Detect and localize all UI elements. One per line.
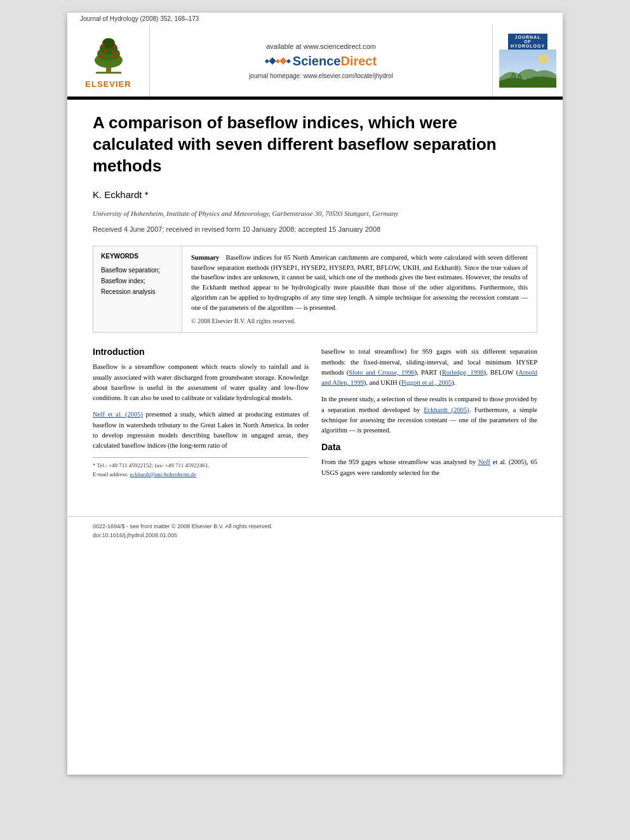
elsevier-tree-icon [83, 32, 134, 77]
svg-point-6 [99, 55, 102, 58]
abstract-text: Summary Baseflow indices for 65 North Am… [191, 253, 528, 326]
svg-point-9 [112, 51, 115, 54]
issn-line: 0022-1694/$ - see front matter © 2008 El… [93, 522, 537, 531]
introduction-title: Introduction [93, 347, 309, 357]
abstract-column: Summary Baseflow indices for 65 North Am… [182, 246, 537, 333]
available-text: available at www.sciencedirect.com [266, 43, 376, 50]
neff-link[interactable]: Neff et al. (2005) [93, 411, 143, 418]
eckhardt-link[interactable]: Eckhardt (2005) [424, 406, 469, 413]
svg-point-8 [104, 50, 107, 53]
article-title: A comparison of baseflow indices, which … [93, 112, 537, 177]
header: Journal of Hydrology (2008) 352, 168–173 [67, 13, 563, 100]
journal-cover-image [499, 50, 556, 88]
svg-point-11 [114, 45, 116, 48]
two-column-body: Introduction Baseflow is a streamflow co… [93, 347, 537, 484]
keywords-column: KEYWORDS Baseflow separation; Baseflow i… [93, 246, 182, 333]
doi-line: doi:10.1016/j.jhydrol.2008.01.005 [93, 531, 537, 540]
sciencedirect-text: ScienceDirect [293, 54, 377, 69]
svg-point-10 [102, 44, 105, 46]
sd-diamonds-icon [265, 58, 290, 63]
email-link[interactable]: eckhardt@uni-hohenheim.de [130, 471, 196, 477]
header-divider [67, 97, 563, 98]
journal-homepage-text: journal homepage: www.elsevier.com/locat… [249, 72, 393, 79]
diamond-icon [286, 58, 291, 63]
journal-top-bar: JOURNAL OF HYDROLOGY [508, 34, 547, 50]
right-column: baseflow to total streamflow) for 959 ga… [321, 347, 537, 484]
email-label: E-mail address: [93, 471, 130, 477]
data-title: Data [321, 442, 537, 452]
right-p1-t3: ), and UKIH ( [364, 379, 401, 386]
affiliation: University of Hohenheim, Institute of Ph… [93, 209, 537, 218]
copyright-text: © 2008 Elsevier B.V. All rights reserved… [191, 316, 528, 326]
piggott-link[interactable]: Piggott et al., 2005 [401, 379, 452, 386]
footnote-line1: * Tel.: +49 711 45922152; fax: +49 711 4… [93, 462, 309, 470]
abstract-body: Baseflow indices for 65 North American c… [191, 254, 528, 311]
footnote-area: * Tel.: +49 711 45922152; fax: +49 711 4… [93, 457, 309, 479]
footnote-email: E-mail address: eckhardt@uni-hohenheim.d… [93, 470, 309, 479]
right-p1-t1: ), PART ( [415, 369, 442, 376]
header-center: available at www.sciencedirect.com Scien… [150, 25, 493, 97]
data-p-prefix: From the 959 gages whose streamflow was … [321, 458, 478, 465]
keyword-3: Recession analysis [101, 286, 174, 297]
header-top: ELSEVIER available at www.sciencedirect.… [67, 25, 563, 97]
bottom-bar: 0022-1694/$ - see front matter © 2008 El… [67, 516, 563, 545]
neff-data-link[interactable]: Neff [478, 458, 490, 465]
right-paragraph-2: In the present study, a selection of the… [321, 394, 537, 436]
data-paragraph: From the 959 gages whose streamflow was … [321, 457, 537, 478]
abstract-box: KEYWORDS Baseflow separation; Baseflow i… [93, 246, 537, 333]
journal-logo: JOURNAL OF HYDROLOGY [493, 25, 563, 97]
svg-rect-1 [96, 72, 121, 74]
svg-point-13 [539, 54, 549, 64]
elsevier-brand-text: ELSEVIER [85, 79, 131, 89]
article-content: A comparison of baseflow indices, which … [67, 100, 563, 503]
page: Journal of Hydrology (2008) 352, 168–173 [67, 13, 563, 775]
keyword-1: Baseflow separation; [101, 265, 174, 276]
elsevier-logo: ELSEVIER [67, 25, 150, 97]
intro-paragraph-2: Neff et al. (2005) presented a study, wh… [93, 410, 309, 451]
svg-point-5 [102, 38, 115, 48]
journal-meta: Journal of Hydrology (2008) 352, 168–173 [67, 13, 563, 25]
right-paragraph-1: baseflow to total streamflow) for 959 ga… [321, 347, 537, 388]
author: K. Eckhardt * [93, 189, 537, 200]
keyword-2: Baseflow index; [101, 276, 174, 286]
keywords-list: Baseflow separation; Baseflow index; Rec… [101, 265, 174, 297]
right-p1-t4: ). [452, 379, 455, 386]
svg-point-7 [114, 55, 117, 58]
sloto-link[interactable]: Sloto and Crouse, 1996 [349, 369, 414, 376]
left-column: Introduction Baseflow is a streamflow co… [93, 347, 309, 484]
journal-cover-svg [499, 50, 556, 88]
received-dates: Received 4 June 2007; received in revise… [93, 225, 537, 233]
sciencedirect-logo: ScienceDirect [265, 54, 377, 69]
summary-label: Summary [191, 254, 219, 261]
rutledge-link[interactable]: Rutledge, 1998 [442, 369, 484, 376]
intro-paragraph-1: Baseflow is a streamflow component which… [93, 362, 309, 403]
keywords-title: KEYWORDS [101, 253, 174, 260]
right-p1-t2: ), BFLOW ( [484, 369, 519, 376]
